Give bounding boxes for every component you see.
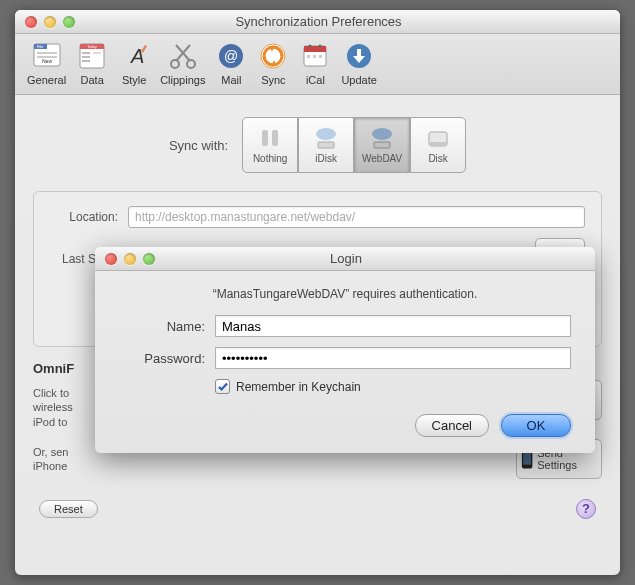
svg-point-22 — [319, 45, 322, 48]
toolbar-style[interactable]: A Style — [118, 40, 150, 86]
checkbox-icon — [215, 379, 230, 394]
svg-point-29 — [316, 128, 336, 140]
login-dialog: Login “ManasTungareWebDAV” requires auth… — [95, 247, 595, 453]
toolbar-data[interactable]: Today Data — [76, 40, 108, 86]
svg-point-14 — [171, 60, 179, 68]
dialog-title: Login — [155, 251, 537, 266]
titlebar: Synchronization Preferences — [15, 10, 620, 34]
remember-label: Remember in Keychain — [236, 380, 361, 394]
svg-point-31 — [372, 128, 392, 140]
close-icon[interactable] — [105, 253, 117, 265]
preferences-toolbar: FileNew General Today Data A Style Clipp… — [15, 34, 620, 95]
ok-button[interactable]: OK — [501, 414, 571, 437]
svg-rect-20 — [304, 46, 326, 52]
svg-rect-30 — [318, 142, 334, 148]
password-label: Password: — [119, 351, 205, 366]
password-input[interactable] — [215, 347, 571, 369]
sync-with-segment: Nothing iDisk WebDAV Disk — [242, 117, 466, 173]
svg-rect-25 — [319, 55, 322, 58]
toolbar-general[interactable]: FileNew General — [27, 40, 66, 86]
svg-text:A: A — [130, 45, 144, 67]
location-input[interactable] — [128, 206, 585, 228]
window-title: Synchronization Preferences — [75, 14, 562, 29]
svg-point-15 — [187, 60, 195, 68]
svg-point-21 — [309, 45, 312, 48]
toolbar-ical[interactable]: iCal — [299, 40, 331, 86]
desc-1: Click towirelessiPod to — [33, 386, 73, 429]
remember-keychain-checkbox[interactable]: Remember in Keychain — [215, 379, 571, 394]
sync-option-nothing[interactable]: Nothing — [242, 117, 298, 173]
sync-option-webdav[interactable]: WebDAV — [354, 117, 410, 173]
svg-rect-3 — [37, 52, 57, 54]
minimize-icon[interactable] — [124, 253, 136, 265]
dialog-titlebar: Login — [95, 247, 595, 271]
dialog-message: “ManasTungareWebDAV” requires authentica… — [119, 287, 571, 301]
zoom-icon[interactable] — [63, 16, 75, 28]
svg-rect-24 — [313, 55, 316, 58]
close-icon[interactable] — [25, 16, 37, 28]
toolbar-update[interactable]: Update — [341, 40, 376, 86]
zoom-icon[interactable] — [143, 253, 155, 265]
svg-rect-32 — [374, 142, 390, 148]
cancel-button[interactable]: Cancel — [415, 414, 489, 437]
svg-text:@: @ — [224, 48, 238, 64]
name-label: Name: — [119, 319, 205, 334]
svg-rect-23 — [307, 55, 310, 58]
svg-text:New: New — [42, 58, 52, 64]
svg-rect-10 — [82, 56, 90, 58]
sync-with-row: Sync with: Nothing iDisk WebDAV Disk — [33, 117, 602, 173]
name-input[interactable] — [215, 315, 571, 337]
svg-rect-28 — [272, 130, 278, 146]
svg-text:File: File — [36, 44, 43, 49]
svg-rect-9 — [82, 52, 90, 54]
sync-option-idisk[interactable]: iDisk — [298, 117, 354, 173]
sync-with-label: Sync with: — [169, 138, 228, 153]
toolbar-clippings[interactable]: Clippings — [160, 40, 205, 86]
svg-rect-39 — [523, 451, 531, 464]
svg-text:Today: Today — [87, 45, 97, 49]
desc-2: Or, seniPhone — [33, 445, 68, 474]
dialog-window-controls — [105, 253, 155, 265]
location-label: Location: — [50, 210, 118, 224]
svg-rect-11 — [82, 60, 90, 62]
svg-rect-27 — [262, 130, 268, 146]
sync-option-disk[interactable]: Disk — [410, 117, 466, 173]
minimize-icon[interactable] — [44, 16, 56, 28]
window-controls — [25, 16, 75, 28]
toolbar-sync[interactable]: Sync — [257, 40, 289, 86]
toolbar-mail[interactable]: @ Mail — [215, 40, 247, 86]
svg-rect-12 — [93, 52, 101, 54]
help-button[interactable]: ? — [576, 499, 596, 519]
footer: Reset ? — [33, 499, 602, 519]
svg-rect-34 — [429, 142, 447, 146]
reset-button[interactable]: Reset — [39, 500, 98, 518]
